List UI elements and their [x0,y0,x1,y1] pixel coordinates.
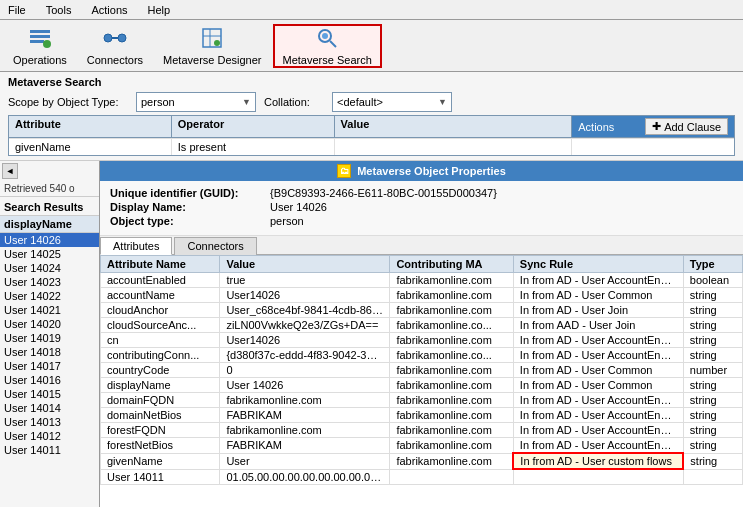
table-cell-2: fabrikamonline.com [390,438,513,454]
table-row[interactable]: cnUser14026fabrikamonline.comIn from AD … [101,333,743,348]
table-row[interactable]: cloudAnchorUser_c68ce4bf-9841-4cdb-8694-… [101,303,743,318]
table-row[interactable]: User 1401101.05.00.00.00.00.00.00.00.00.… [101,469,743,484]
table-cell-4: string [683,288,742,303]
col-value: Value [220,256,390,273]
table-cell-4: number [683,363,742,378]
table-cell-1: true [220,273,390,288]
result-item-1[interactable]: User 14025 [0,247,99,261]
result-item-10[interactable]: User 14016 [0,373,99,387]
results-column-header: displayName [0,216,99,233]
svg-point-10 [214,40,220,46]
table-cell-1: fabrikamonline.com [220,423,390,438]
add-clause-button[interactable]: ✚ Add Clause [645,118,728,135]
table-cell-0: givenName [101,453,220,469]
scope-label: Scope by Object Type: [8,96,128,108]
result-item-11[interactable]: User 14015 [0,387,99,401]
menu-actions[interactable]: Actions [87,4,131,16]
table-cell-3: In from AD - User Common [513,363,683,378]
table-cell-2: fabrikamonline.com [390,363,513,378]
scope-dropdown[interactable]: person ▼ [136,92,256,112]
result-item-6[interactable]: User 14020 [0,317,99,331]
table-row[interactable]: countryCode0fabrikamonline.comIn from AD… [101,363,743,378]
result-item-0[interactable]: User 14026 [0,233,99,247]
table-cell-3 [513,469,683,484]
table-cell-3: In from AAD - User Join [513,318,683,333]
table-row[interactable]: forestNetBiosFABRIKAMfabrikamonline.comI… [101,438,743,454]
table-cell-0: forestNetBios [101,438,220,454]
display-name-value: User 14026 [270,201,327,213]
tabs-row: Attributes Connectors [100,236,743,255]
metaverse-designer-label: Metaverse Designer [163,54,261,66]
attributes-table-container[interactable]: Attribute Name Value Contributing MA Syn… [100,255,743,507]
table-cell-2: fabrikamonline.com [390,423,513,438]
svg-rect-1 [30,35,50,38]
display-name-label: Display Name: [110,201,270,213]
nav-up-arrow[interactable]: ◄ [2,163,18,179]
menu-help[interactable]: Help [144,4,175,16]
svg-rect-2 [30,40,44,43]
table-row[interactable]: domainNetBiosFABRIKAMfabrikamonline.comI… [101,408,743,423]
result-item-4[interactable]: User 14022 [0,289,99,303]
table-row[interactable]: accountEnabledtruefabrikamonline.comIn f… [101,273,743,288]
table-cell-4: string [683,453,742,469]
result-item-13[interactable]: User 14013 [0,415,99,429]
result-item-3[interactable]: User 14023 [0,275,99,289]
table-cell-0: domainFQDN [101,393,220,408]
result-item-12[interactable]: User 14014 [0,401,99,415]
result-item-14[interactable]: User 14012 [0,429,99,443]
table-row[interactable]: domainFQDNfabrikamonline.comfabrikamonli… [101,393,743,408]
tab-attributes[interactable]: Attributes [100,237,172,255]
connectors-button[interactable]: Connectors [78,24,152,68]
connectors-label: Connectors [87,54,143,66]
table-cell-3: In from AD - User AccountEnabled [513,423,683,438]
table-cell-0: countryCode [101,363,220,378]
add-clause-icon: ✚ [652,120,661,133]
menu-file[interactable]: File [4,4,30,16]
results-list[interactable]: User 14026 User 14025 User 14024 User 14… [0,233,99,507]
criteria-col-attribute: Attribute [9,116,172,137]
criteria-col-value: Value [335,116,573,137]
metaverse-search-label: Metaverse Search [283,54,372,66]
table-cell-2: fabrikamonline.com [390,333,513,348]
operations-button[interactable]: Operations [4,24,76,68]
collation-dropdown[interactable]: <default> ▼ [332,92,452,112]
result-item-2[interactable]: User 14024 [0,261,99,275]
table-cell-3: In from AD - User AccountEnabled [513,333,683,348]
table-row[interactable]: accountNameUser14026fabrikamonline.comIn… [101,288,743,303]
table-cell-0: contributingConn... [101,348,220,363]
table-cell-2: fabrikamonline.com [390,378,513,393]
table-cell-2: fabrikamonline.com [390,288,513,303]
table-cell-3: In from AD - User AccountEnabled [513,348,683,363]
table-row[interactable]: forestFQDNfabrikamonline.comfabrikamonli… [101,423,743,438]
table-row[interactable]: givenNameUserfabrikamonline.comIn from A… [101,453,743,469]
result-item-15[interactable]: User 14011 [0,443,99,457]
object-type-label: Object type: [110,215,270,227]
props-icon: 🗂 [337,164,351,178]
collation-label: Collation: [264,96,324,108]
svg-point-3 [43,40,51,48]
right-panel: 🗂 Metaverse Object Properties Unique ide… [100,161,743,507]
tab-connectors[interactable]: Connectors [174,237,256,255]
table-cell-3: In from AD - User AccountEnabled [513,408,683,423]
metaverse-designer-icon [200,26,224,50]
connectors-icon [103,26,127,50]
criteria-col-actions: Actions ✚ Add Clause [572,116,734,137]
result-item-7[interactable]: User 14019 [0,331,99,345]
result-item-9[interactable]: User 14017 [0,359,99,373]
result-item-8[interactable]: User 14018 [0,345,99,359]
table-row[interactable]: cloudSourceAnc...ziLN00VwkkeQ2e3/ZGs+DA=… [101,318,743,333]
collation-dropdown-arrow: ▼ [438,97,447,107]
result-item-5[interactable]: User 14021 [0,303,99,317]
table-cell-0: accountEnabled [101,273,220,288]
operations-label: Operations [13,54,67,66]
table-cell-0: cn [101,333,220,348]
table-cell-3: In from AD - User AccountEnabled [513,438,683,454]
search-panel-title: Metaverse Search [8,76,735,88]
guid-value: {B9C89393-2466-E611-80BC-00155D000347} [270,187,497,199]
operations-icon [28,26,52,50]
metaverse-designer-button[interactable]: Metaverse Designer [154,24,270,68]
table-row[interactable]: displayNameUser 14026fabrikamonline.comI… [101,378,743,393]
menu-tools[interactable]: Tools [42,4,76,16]
metaverse-search-button[interactable]: Metaverse Search [273,24,382,68]
table-row[interactable]: contributingConn...{d380f37c-eddd-4f83-9… [101,348,743,363]
